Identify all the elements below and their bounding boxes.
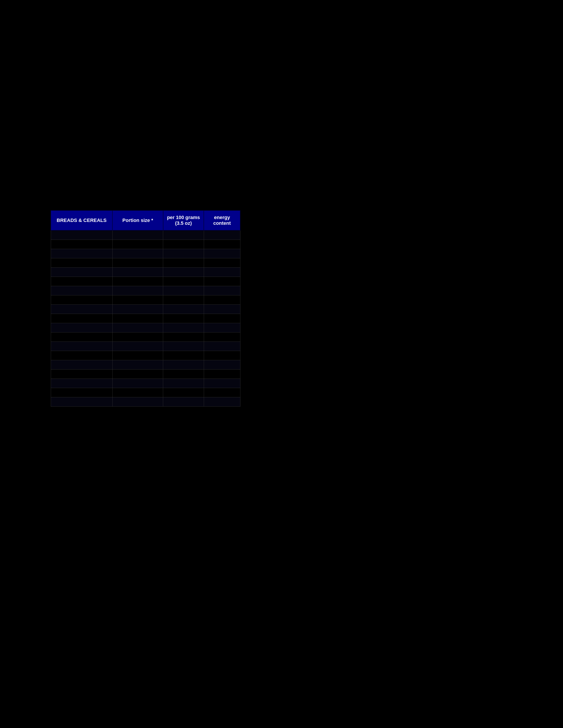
table-cell-col1 (51, 304, 112, 314)
table-row (51, 379, 240, 388)
table-cell-col2 (112, 360, 163, 369)
table-cell-col2 (112, 351, 163, 360)
table-header-row: BREADS & CEREALS Portion size * per 100 … (51, 210, 240, 230)
table-cell-col3 (163, 304, 204, 314)
table-row (51, 360, 240, 369)
table-cell-col1 (51, 249, 112, 258)
table-cell-col1 (51, 314, 112, 323)
header-energy-content: energy content (204, 210, 240, 230)
table-cell-col2 (112, 388, 163, 397)
table-cell-col3 (163, 267, 204, 277)
table-row (51, 230, 240, 240)
table-cell-col2 (112, 295, 163, 304)
table-row (51, 258, 240, 267)
table-cell-col2 (112, 397, 163, 406)
table-cell-col4 (204, 230, 240, 240)
table-cell-col4 (204, 258, 240, 267)
header-breads-cereals: BREADS & CEREALS (51, 210, 112, 230)
table-cell-col1 (51, 286, 112, 295)
table-cell-col1 (51, 240, 112, 249)
table-cell-col3 (163, 369, 204, 379)
table-row (51, 323, 240, 332)
table-cell-col4 (204, 369, 240, 379)
table-row (51, 295, 240, 304)
table-cell-col2 (112, 286, 163, 295)
table-row (51, 341, 240, 351)
table-cell-col4 (204, 295, 240, 304)
table-row (51, 286, 240, 295)
table-cell-col1 (51, 360, 112, 369)
table-cell-col4 (204, 360, 240, 369)
table-cell-col3 (163, 277, 204, 286)
table-cell-col3 (163, 230, 204, 240)
table-cell-col2 (112, 267, 163, 277)
table-cell-col1 (51, 267, 112, 277)
table-cell-col4 (204, 277, 240, 286)
table-cell-col4 (204, 267, 240, 277)
table-cell-col4 (204, 240, 240, 249)
table-cell-col1 (51, 332, 112, 341)
table-cell-col1 (51, 277, 112, 286)
table-cell-col3 (163, 351, 204, 360)
table-cell-col2 (112, 240, 163, 249)
table-cell-col4 (204, 286, 240, 295)
table-cell-col4 (204, 397, 240, 406)
table-cell-col2 (112, 323, 163, 332)
table-cell-col3 (163, 332, 204, 341)
table-cell-col2 (112, 249, 163, 258)
table-cell-col1 (51, 379, 112, 388)
table-cell-col3 (163, 360, 204, 369)
table-cell-col1 (51, 341, 112, 351)
table-cell-col1 (51, 230, 112, 240)
table-container: BREADS & CEREALS Portion size * per 100 … (51, 210, 205, 407)
table-cell-col2 (112, 304, 163, 314)
table-cell-col3 (163, 249, 204, 258)
table-row (51, 267, 240, 277)
table-cell-col4 (204, 314, 240, 323)
table-row (51, 332, 240, 341)
table-cell-col2 (112, 341, 163, 351)
table-cell-col4 (204, 379, 240, 388)
table-cell-col2 (112, 230, 163, 240)
table-cell-col3 (163, 341, 204, 351)
table-cell-col4 (204, 249, 240, 258)
table-cell-col4 (204, 332, 240, 341)
table-cell-col2 (112, 277, 163, 286)
table-cell-col3 (163, 379, 204, 388)
table-cell-col1 (51, 258, 112, 267)
table-row (51, 249, 240, 258)
table-cell-col2 (112, 379, 163, 388)
header-per-100-grams: per 100 grams (3.5 oz) (163, 210, 204, 230)
table-cell-col4 (204, 341, 240, 351)
table-cell-col2 (112, 314, 163, 323)
table-row (51, 369, 240, 379)
table-cell-col3 (163, 295, 204, 304)
table-cell-col2 (112, 332, 163, 341)
table-row (51, 240, 240, 249)
table-cell-col2 (112, 369, 163, 379)
table-row (51, 314, 240, 323)
table-row (51, 277, 240, 286)
table-cell-col3 (163, 314, 204, 323)
table-cell-col2 (112, 258, 163, 267)
table-cell-col3 (163, 286, 204, 295)
table-cell-col3 (163, 240, 204, 249)
table-cell-col3 (163, 258, 204, 267)
table-cell-col4 (204, 304, 240, 314)
food-table: BREADS & CEREALS Portion size * per 100 … (51, 210, 240, 407)
table-cell-col4 (204, 351, 240, 360)
table-row (51, 397, 240, 406)
table-row (51, 351, 240, 360)
table-cell-col4 (204, 388, 240, 397)
table-cell-col4 (204, 323, 240, 332)
table-cell-col1 (51, 397, 112, 406)
table-cell-col1 (51, 369, 112, 379)
table-cell-col1 (51, 323, 112, 332)
table-row (51, 304, 240, 314)
table-cell-col1 (51, 295, 112, 304)
table-cell-col3 (163, 397, 204, 406)
table-row (51, 388, 240, 397)
table-cell-col1 (51, 388, 112, 397)
header-portion-size: Portion size * (112, 210, 163, 230)
table-cell-col3 (163, 323, 204, 332)
